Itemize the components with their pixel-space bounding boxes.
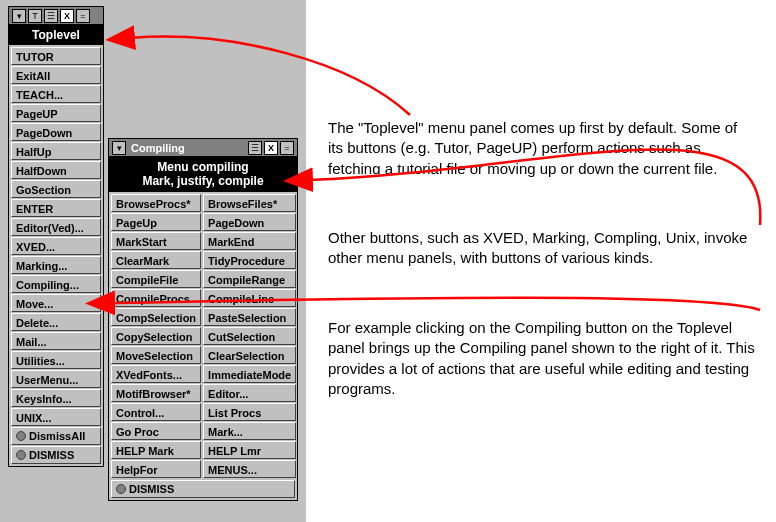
- clearselection-button[interactable]: ClearSelection: [203, 346, 296, 364]
- marking-button[interactable]: Marking...: [11, 256, 101, 274]
- mail-button[interactable]: Mail...: [11, 332, 101, 350]
- compiling-left-col: BrowseProcs* PageUp MarkStart ClearMark …: [111, 194, 201, 478]
- usermenu-button[interactable]: UserMenu...: [11, 370, 101, 388]
- toplevel-header: Toplevel: [9, 25, 103, 45]
- minimize-icon[interactable]: =: [280, 141, 294, 155]
- explain-para-1: The "Toplevel" menu panel comes up first…: [328, 118, 748, 179]
- compiling-button[interactable]: Compiling...: [11, 275, 101, 293]
- compilefile-button[interactable]: CompileFile: [111, 270, 201, 288]
- close-icon[interactable]: X: [264, 141, 278, 155]
- pagedown-button[interactable]: PageDown: [203, 213, 296, 231]
- compiling-footer: DISMISS: [109, 480, 297, 500]
- compiling-panel: ▾ Compiling ☰ X = Menu compiling Mark, j…: [108, 138, 298, 501]
- explain-para-3: For example clicking on the Compiling bu…: [328, 318, 758, 399]
- clearmark-button[interactable]: ClearMark: [111, 251, 201, 269]
- sysmenu-icon[interactable]: ▾: [112, 141, 126, 155]
- control-button[interactable]: Control...: [111, 403, 201, 421]
- teach-button[interactable]: TEACH...: [11, 85, 101, 103]
- toplevel-titlebar[interactable]: ▾ T ☰ X =: [9, 7, 103, 25]
- keysinfo-button[interactable]: KeysInfo...: [11, 389, 101, 407]
- toplevel-panel: ▾ T ☰ X = Toplevel TUTOR ExitAll TEACH..…: [8, 6, 104, 467]
- compselection-button[interactable]: CompSelection: [111, 308, 201, 326]
- dismissall-label: DismissAll: [29, 429, 85, 443]
- immediatemode-button[interactable]: ImmediateMode: [203, 365, 296, 383]
- enter-button[interactable]: ENTER: [11, 199, 101, 217]
- halfup-button[interactable]: HalfUp: [11, 142, 101, 160]
- explain-para-2: Other buttons, such as XVED, Marking, Co…: [328, 228, 748, 269]
- menus-button[interactable]: MENUS...: [203, 460, 296, 478]
- utilities-button[interactable]: Utilities...: [11, 351, 101, 369]
- tutor-button[interactable]: TUTOR: [11, 47, 101, 65]
- mark-button[interactable]: Mark...: [203, 422, 296, 440]
- exitall-button[interactable]: ExitAll: [11, 66, 101, 84]
- motifbrowser-button[interactable]: MotifBrowser*: [111, 384, 201, 402]
- moveselection-button[interactable]: MoveSelection: [111, 346, 201, 364]
- halfdown-button[interactable]: HalfDown: [11, 161, 101, 179]
- pagedown-button[interactable]: PageDown: [11, 123, 101, 141]
- compileprocs-button[interactable]: CompileProcs: [111, 289, 201, 307]
- dot-icon: [16, 450, 26, 460]
- xved-button[interactable]: XVED...: [11, 237, 101, 255]
- compiling-columns: BrowseProcs* PageUp MarkStart ClearMark …: [109, 192, 297, 480]
- helplmr-button[interactable]: HELP Lmr: [203, 441, 296, 459]
- helpmark-button[interactable]: HELP Mark: [111, 441, 201, 459]
- pasteselection-button[interactable]: PasteSelection: [203, 308, 296, 326]
- dismiss-label: DISMISS: [29, 448, 74, 462]
- compiling-header-line1: Menu compiling: [111, 160, 295, 174]
- tidyprocedure-button[interactable]: TidyProcedure: [203, 251, 296, 269]
- editor-ved-button[interactable]: Editor(Ved)...: [11, 218, 101, 236]
- helpfor-button[interactable]: HelpFor: [111, 460, 201, 478]
- copyselection-button[interactable]: CopySelection: [111, 327, 201, 345]
- compiling-titlebar[interactable]: ▾ Compiling ☰ X =: [109, 139, 297, 157]
- listprocs-button[interactable]: List Procs: [203, 403, 296, 421]
- markstart-button[interactable]: MarkStart: [111, 232, 201, 250]
- compiling-dismiss-label: DISMISS: [129, 482, 174, 496]
- cutselection-button[interactable]: CutSelection: [203, 327, 296, 345]
- goproc-button[interactable]: Go Proc: [111, 422, 201, 440]
- gosection-button[interactable]: GoSection: [11, 180, 101, 198]
- unix-button[interactable]: UNIX...: [11, 408, 101, 426]
- compiling-right-col: BrowseFiles* PageDown MarkEnd TidyProced…: [203, 194, 296, 478]
- compiling-header: Menu compiling Mark, justify, compile: [109, 157, 297, 192]
- delete-button[interactable]: Delete...: [11, 313, 101, 331]
- markend-button[interactable]: MarkEnd: [203, 232, 296, 250]
- compiling-dismiss-button[interactable]: DISMISS: [111, 480, 295, 498]
- browsefiles-button[interactable]: BrowseFiles*: [203, 194, 296, 212]
- sysmenu-icon[interactable]: ▾: [12, 9, 26, 23]
- close-icon[interactable]: X: [60, 9, 74, 23]
- dismissall-button[interactable]: DismissAll: [11, 427, 101, 445]
- move-button[interactable]: Move...: [11, 294, 101, 312]
- compiling-header-line2: Mark, justify, compile: [111, 174, 295, 188]
- pageup-button[interactable]: PageUp: [111, 213, 201, 231]
- menu-icon[interactable]: ☰: [248, 141, 262, 155]
- pageup-button[interactable]: PageUP: [11, 104, 101, 122]
- toplevel-button-column: TUTOR ExitAll TEACH... PageUP PageDown H…: [9, 45, 103, 466]
- compilerange-button[interactable]: CompileRange: [203, 270, 296, 288]
- minimize-icon[interactable]: =: [76, 9, 90, 23]
- editor-button[interactable]: Editor...: [203, 384, 296, 402]
- compileline-button[interactable]: CompileLine: [203, 289, 296, 307]
- xvedfonts-button[interactable]: XVedFonts...: [111, 365, 201, 383]
- menu-icon[interactable]: ☰: [44, 9, 58, 23]
- dismiss-button[interactable]: DISMISS: [11, 446, 101, 464]
- browseprocs-button[interactable]: BrowseProcs*: [111, 194, 201, 212]
- t-icon[interactable]: T: [28, 9, 42, 23]
- dot-icon: [16, 431, 26, 441]
- compiling-title: Compiling: [127, 142, 247, 154]
- dot-icon: [116, 484, 126, 494]
